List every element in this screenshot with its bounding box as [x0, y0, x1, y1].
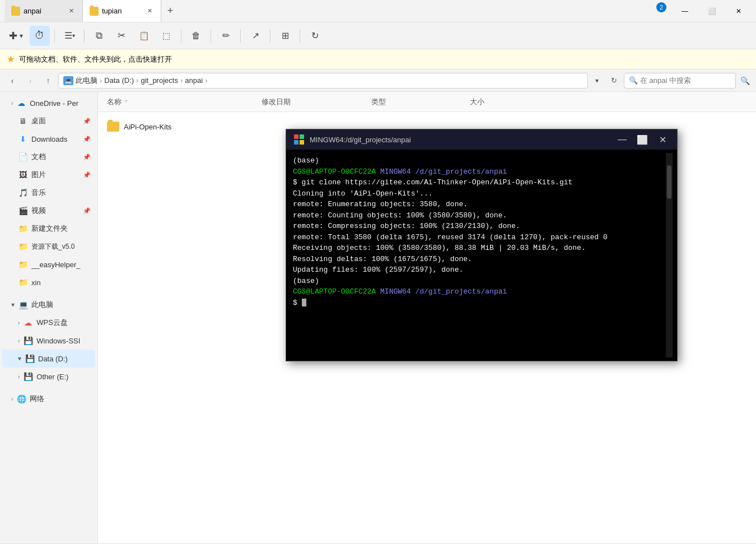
tab-folder-icon-tupian: [90, 7, 99, 16]
new-tab-button[interactable]: +: [161, 2, 179, 20]
tab-anpai[interactable]: anpai ✕: [4, 0, 83, 22]
copy-button[interactable]: ⧉: [89, 26, 109, 46]
col-size-label: 大小: [470, 97, 484, 106]
pin-icon-downloads: 📌: [83, 136, 91, 143]
refresh-button[interactable]: ↻: [305, 26, 325, 46]
file-name-aipi: AiPi-Open-Kits: [124, 123, 171, 131]
videos-label: 视频: [31, 206, 46, 216]
sidebar-item-downloads[interactable]: ⬇ Downloads 📌: [2, 130, 95, 148]
toolbar-sep-6: [270, 29, 270, 43]
datad-icon: 💾: [25, 354, 35, 364]
search-input[interactable]: [640, 76, 734, 85]
sidebar-item-thispc[interactable]: ▾ 💻 此电脑: [2, 296, 95, 314]
terminal-scrollbar[interactable]: [666, 153, 673, 357]
terminal-maximize-button[interactable]: ⬜: [634, 132, 650, 147]
address-refresh-button[interactable]: ↻: [606, 73, 622, 89]
expand-arrow-datad: ▾: [18, 355, 21, 362]
svg-rect-0: [294, 134, 298, 139]
resource-icon: 📁: [18, 241, 28, 252]
search-box[interactable]: 🔍: [624, 73, 736, 89]
sidebar-item-datad[interactable]: ▾ 💾 Data (D:): [2, 350, 95, 368]
terminal-line-11: Updating files: 100% (2597/2597), done.: [293, 264, 664, 276]
cut-button[interactable]: ✂: [111, 26, 132, 46]
sidebar-item-network[interactable]: › 🌐 网络: [2, 390, 95, 408]
share-button[interactable]: ↗: [245, 26, 265, 46]
tab-close-anpai[interactable]: ✕: [67, 7, 76, 16]
toolbar-sep-4: [211, 29, 211, 43]
terminal-line-3: $ git clone https://gitee.com/Ai-Thinker…: [293, 177, 664, 188]
move-to-button[interactable]: ⬚: [156, 26, 176, 46]
newfolder-icon: 📁: [18, 224, 28, 234]
sidebar-item-onedrive[interactable]: › ☁ OneDrive - Per: [2, 94, 95, 112]
sidebar-item-music[interactable]: 🎵 音乐: [2, 184, 95, 202]
sidebar-item-newfolder[interactable]: 📁 新建文件夹: [2, 220, 95, 238]
easyhelper-label: __easyHelper_: [31, 261, 80, 269]
menu-button[interactable]: ☰ ▾: [59, 26, 80, 46]
network-icon: 🌐: [16, 394, 26, 404]
windows-label: Windows-SSI: [36, 337, 80, 345]
terminal-scroll-thumb[interactable]: [667, 165, 671, 199]
restore-button[interactable]: ⬜: [699, 2, 725, 20]
sidebar-item-windows[interactable]: › 💾 Windows-SSI: [2, 332, 95, 350]
othere-icon: 💾: [23, 371, 33, 382]
col-date-header[interactable]: 修改日期: [262, 97, 362, 107]
up-button[interactable]: ↑: [40, 73, 56, 89]
new-button[interactable]: ✚ ▾: [4, 26, 27, 46]
sidebar-item-pictures[interactable]: 🖼 图片 📌: [2, 166, 95, 184]
sidebar-item-othere[interactable]: › 💾 Other (E:): [2, 368, 95, 385]
terminal-line-9: Receiving objects: 100% (3580/3580), 88.…: [293, 243, 664, 254]
sidebar-item-xin[interactable]: 📁 xin: [2, 273, 95, 291]
terminal-line-7: remote: Compressing objects: 100% (2130/…: [293, 221, 664, 232]
toolbar: ✚ ▾ ⏱ ☰ ▾ ⧉ ✂ 📋 ⬚ 🗑 ✏ ↗ ⊞ ↻: [0, 22, 756, 49]
tab-tupian[interactable]: tupian ✕: [83, 0, 161, 22]
terminal-line-13: CGS@LAPTOP-O0CFC22A MINGW64 /d/git_proje…: [293, 286, 664, 297]
expand-arrow-thispc: ▾: [11, 301, 15, 309]
xin-icon: 📁: [18, 277, 28, 287]
sidebar-item-resource[interactable]: 📁 资源下载_v5.0: [2, 238, 95, 255]
pc-icon: 💻: [63, 76, 73, 85]
rename-button[interactable]: ✏: [216, 26, 236, 46]
search-button[interactable]: 🔍: [738, 73, 752, 89]
terminal-text: (base) CGS@LAPTOP-O0CFC22A MINGW64 /d/gi…: [291, 153, 666, 357]
search-icon: 🔍: [629, 76, 638, 85]
expand-arrow-wps: ›: [18, 320, 20, 326]
view-button[interactable]: ⊞: [275, 26, 295, 46]
svg-rect-2: [294, 140, 298, 145]
col-name-label: 名称: [107, 97, 122, 106]
menu-icon: ☰: [64, 30, 72, 41]
tab-folder-icon-anpai: [11, 7, 20, 16]
downloads-label: Downloads: [31, 135, 67, 143]
pictures-icon: 🖼: [18, 170, 28, 180]
terminal-line-12: (base): [293, 276, 664, 287]
sidebar-item-desktop[interactable]: 🖥 桌面 📌: [2, 112, 95, 130]
close-button[interactable]: ✕: [726, 2, 752, 20]
delete-button[interactable]: 🗑: [186, 26, 206, 46]
col-type-label: 类型: [371, 97, 386, 106]
pin-icon-desktop: 📌: [83, 118, 91, 125]
toolbar-sep-3: [181, 29, 181, 43]
terminal-line-5: remote: Enumerating objects: 3580, done.: [293, 199, 664, 210]
path-dropdown-button[interactable]: ▾: [590, 73, 604, 89]
videos-icon: 🎬: [18, 206, 28, 216]
wps-label: WPS云盘: [36, 318, 68, 328]
toolbar-sep-1: [54, 29, 55, 43]
address-path[interactable]: 💻 此电脑 › Data (D:) › git_projects › anpai…: [58, 73, 588, 89]
sidebar-item-wps[interactable]: › ☁ WPS云盘: [2, 314, 95, 332]
col-size-header[interactable]: 大小: [470, 97, 526, 107]
terminal-minimize-button[interactable]: —: [614, 132, 630, 147]
paste-button[interactable]: 📋: [134, 26, 154, 46]
tab-close-tupian[interactable]: ✕: [145, 7, 154, 16]
terminal-body[interactable]: (base) CGS@LAPTOP-O0CFC22A MINGW64 /d/gi…: [286, 150, 677, 361]
col-type-header[interactable]: 类型: [371, 97, 461, 107]
tab-title-tupian: tupian: [102, 7, 142, 15]
col-name-header[interactable]: 名称 ⌃: [107, 97, 253, 107]
history-button[interactable]: ⏱: [30, 26, 50, 46]
sidebar-item-videos[interactable]: 🎬 视频 📌: [2, 202, 95, 220]
forward-button[interactable]: ›: [22, 73, 38, 89]
sidebar-item-easyhelper[interactable]: 📁 __easyHelper_: [2, 255, 95, 273]
minimize-button[interactable]: —: [672, 2, 698, 20]
sidebar-item-documents[interactable]: 📄 文档 📌: [2, 148, 95, 166]
othere-label: Other (E:): [36, 373, 68, 381]
terminal-close-button[interactable]: ✕: [655, 132, 670, 147]
back-button[interactable]: ‹: [4, 73, 20, 89]
